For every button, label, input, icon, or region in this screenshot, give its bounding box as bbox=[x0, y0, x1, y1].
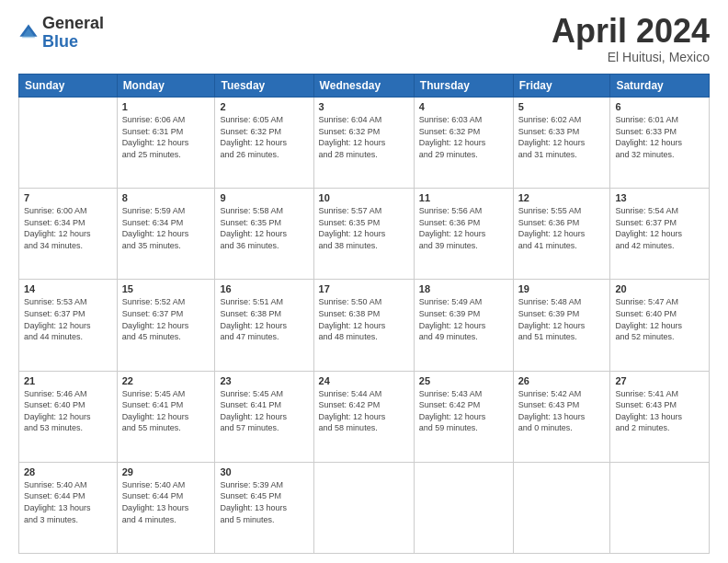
day-info: Sunrise: 5:40 AM Sunset: 6:44 PM Dayligh… bbox=[24, 479, 112, 525]
day-number: 22 bbox=[122, 375, 210, 386]
day-info: Sunrise: 5:43 AM Sunset: 6:42 PM Dayligh… bbox=[419, 388, 508, 434]
day-number: 13 bbox=[615, 192, 704, 203]
calendar-cell: 6Sunrise: 6:01 AM Sunset: 6:33 PM Daylig… bbox=[610, 98, 710, 189]
calendar-cell bbox=[513, 462, 610, 553]
day-info: Sunrise: 5:46 AM Sunset: 6:40 PM Dayligh… bbox=[24, 388, 112, 434]
week-row-3: 14Sunrise: 5:53 AM Sunset: 6:37 PM Dayli… bbox=[19, 280, 710, 371]
day-number: 23 bbox=[220, 375, 308, 386]
calendar-cell: 27Sunrise: 5:41 AM Sunset: 6:43 PM Dayli… bbox=[610, 371, 710, 462]
day-info: Sunrise: 6:05 AM Sunset: 6:32 PM Dayligh… bbox=[220, 114, 308, 160]
weekday-header-thursday: Thursday bbox=[414, 75, 513, 98]
day-number: 19 bbox=[518, 283, 606, 294]
calendar-cell: 22Sunrise: 5:45 AM Sunset: 6:41 PM Dayli… bbox=[117, 371, 215, 462]
day-number: 12 bbox=[518, 192, 606, 203]
calendar-cell: 28Sunrise: 5:40 AM Sunset: 6:44 PM Dayli… bbox=[19, 462, 118, 553]
calendar-cell: 1Sunrise: 6:06 AM Sunset: 6:31 PM Daylig… bbox=[117, 98, 215, 189]
logo-icon bbox=[18, 23, 39, 43]
day-info: Sunrise: 6:04 AM Sunset: 6:32 PM Dayligh… bbox=[319, 114, 409, 160]
day-info: Sunrise: 6:06 AM Sunset: 6:31 PM Dayligh… bbox=[122, 114, 210, 160]
logo: General Blue bbox=[18, 15, 104, 52]
day-number: 8 bbox=[122, 192, 210, 203]
calendar-cell: 5Sunrise: 6:02 AM Sunset: 6:33 PM Daylig… bbox=[513, 98, 610, 189]
calendar-cell: 23Sunrise: 5:45 AM Sunset: 6:41 PM Dayli… bbox=[215, 371, 313, 462]
day-info: Sunrise: 6:00 AM Sunset: 6:34 PM Dayligh… bbox=[24, 205, 112, 251]
day-number: 2 bbox=[220, 101, 308, 112]
day-number: 4 bbox=[419, 101, 508, 112]
day-info: Sunrise: 5:40 AM Sunset: 6:44 PM Dayligh… bbox=[122, 479, 210, 525]
calendar-cell: 29Sunrise: 5:40 AM Sunset: 6:44 PM Dayli… bbox=[117, 462, 215, 553]
calendar-cell: 24Sunrise: 5:44 AM Sunset: 6:42 PM Dayli… bbox=[313, 371, 414, 462]
day-info: Sunrise: 5:52 AM Sunset: 6:37 PM Dayligh… bbox=[122, 296, 210, 342]
month-title: April 2024 bbox=[552, 15, 710, 48]
day-info: Sunrise: 5:55 AM Sunset: 6:36 PM Dayligh… bbox=[518, 205, 606, 251]
day-info: Sunrise: 5:47 AM Sunset: 6:40 PM Dayligh… bbox=[615, 296, 704, 342]
day-info: Sunrise: 6:01 AM Sunset: 6:33 PM Dayligh… bbox=[615, 114, 704, 160]
day-number: 30 bbox=[220, 466, 308, 477]
day-number: 17 bbox=[319, 283, 409, 294]
weekday-header-saturday: Saturday bbox=[610, 75, 710, 98]
calendar-cell: 25Sunrise: 5:43 AM Sunset: 6:42 PM Dayli… bbox=[414, 371, 513, 462]
weekday-header-row: SundayMondayTuesdayWednesdayThursdayFrid… bbox=[19, 75, 710, 98]
day-info: Sunrise: 5:49 AM Sunset: 6:39 PM Dayligh… bbox=[419, 296, 508, 342]
day-number: 7 bbox=[24, 192, 112, 203]
calendar-cell: 13Sunrise: 5:54 AM Sunset: 6:37 PM Dayli… bbox=[610, 189, 710, 280]
day-info: Sunrise: 5:57 AM Sunset: 6:35 PM Dayligh… bbox=[319, 205, 409, 251]
day-number: 5 bbox=[518, 101, 606, 112]
weekday-header-friday: Friday bbox=[513, 75, 610, 98]
calendar-cell: 15Sunrise: 5:52 AM Sunset: 6:37 PM Dayli… bbox=[117, 280, 215, 371]
day-info: Sunrise: 5:42 AM Sunset: 6:43 PM Dayligh… bbox=[518, 388, 606, 434]
calendar-cell bbox=[313, 462, 414, 553]
week-row-5: 28Sunrise: 5:40 AM Sunset: 6:44 PM Dayli… bbox=[19, 462, 710, 553]
day-number: 27 bbox=[615, 375, 704, 386]
calendar-cell bbox=[414, 462, 513, 553]
calendar-cell: 4Sunrise: 6:03 AM Sunset: 6:32 PM Daylig… bbox=[414, 98, 513, 189]
page: General Blue April 2024 El Huitusi, Mexi… bbox=[0, 0, 728, 563]
calendar-cell bbox=[19, 98, 118, 189]
day-info: Sunrise: 5:53 AM Sunset: 6:37 PM Dayligh… bbox=[24, 296, 112, 342]
title-block: April 2024 El Huitusi, Mexico bbox=[552, 15, 710, 64]
day-info: Sunrise: 6:03 AM Sunset: 6:32 PM Dayligh… bbox=[419, 114, 508, 160]
location: El Huitusi, Mexico bbox=[552, 50, 710, 64]
weekday-header-wednesday: Wednesday bbox=[313, 75, 414, 98]
weekday-header-monday: Monday bbox=[117, 75, 215, 98]
day-info: Sunrise: 5:44 AM Sunset: 6:42 PM Dayligh… bbox=[319, 388, 409, 434]
day-info: Sunrise: 5:59 AM Sunset: 6:34 PM Dayligh… bbox=[122, 205, 210, 251]
day-number: 18 bbox=[419, 283, 508, 294]
calendar-cell: 2Sunrise: 6:05 AM Sunset: 6:32 PM Daylig… bbox=[215, 98, 313, 189]
calendar-cell: 26Sunrise: 5:42 AM Sunset: 6:43 PM Dayli… bbox=[513, 371, 610, 462]
day-number: 16 bbox=[220, 283, 308, 294]
calendar-cell: 12Sunrise: 5:55 AM Sunset: 6:36 PM Dayli… bbox=[513, 189, 610, 280]
day-info: Sunrise: 5:39 AM Sunset: 6:45 PM Dayligh… bbox=[220, 479, 308, 525]
calendar-cell: 8Sunrise: 5:59 AM Sunset: 6:34 PM Daylig… bbox=[117, 189, 215, 280]
day-info: Sunrise: 5:58 AM Sunset: 6:35 PM Dayligh… bbox=[220, 205, 308, 251]
calendar-cell: 9Sunrise: 5:58 AM Sunset: 6:35 PM Daylig… bbox=[215, 189, 313, 280]
day-number: 20 bbox=[615, 283, 704, 294]
day-number: 26 bbox=[518, 375, 606, 386]
day-info: Sunrise: 5:54 AM Sunset: 6:37 PM Dayligh… bbox=[615, 205, 704, 251]
day-number: 28 bbox=[24, 466, 112, 477]
calendar-cell: 7Sunrise: 6:00 AM Sunset: 6:34 PM Daylig… bbox=[19, 189, 118, 280]
calendar-cell: 18Sunrise: 5:49 AM Sunset: 6:39 PM Dayli… bbox=[414, 280, 513, 371]
day-info: Sunrise: 5:41 AM Sunset: 6:43 PM Dayligh… bbox=[615, 388, 704, 434]
day-info: Sunrise: 5:51 AM Sunset: 6:38 PM Dayligh… bbox=[220, 296, 308, 342]
day-info: Sunrise: 5:45 AM Sunset: 6:41 PM Dayligh… bbox=[122, 388, 210, 434]
header: General Blue April 2024 El Huitusi, Mexi… bbox=[18, 15, 710, 64]
calendar-cell bbox=[610, 462, 710, 553]
calendar-cell: 30Sunrise: 5:39 AM Sunset: 6:45 PM Dayli… bbox=[215, 462, 313, 553]
day-info: Sunrise: 5:45 AM Sunset: 6:41 PM Dayligh… bbox=[220, 388, 308, 434]
calendar-cell: 14Sunrise: 5:53 AM Sunset: 6:37 PM Dayli… bbox=[19, 280, 118, 371]
day-number: 15 bbox=[122, 283, 210, 294]
logo-blue: Blue bbox=[42, 32, 78, 51]
day-number: 10 bbox=[319, 192, 409, 203]
calendar-cell: 11Sunrise: 5:56 AM Sunset: 6:36 PM Dayli… bbox=[414, 189, 513, 280]
calendar-cell: 19Sunrise: 5:48 AM Sunset: 6:39 PM Dayli… bbox=[513, 280, 610, 371]
day-info: Sunrise: 5:48 AM Sunset: 6:39 PM Dayligh… bbox=[518, 296, 606, 342]
calendar-cell: 20Sunrise: 5:47 AM Sunset: 6:40 PM Dayli… bbox=[610, 280, 710, 371]
day-number: 21 bbox=[24, 375, 112, 386]
day-number: 3 bbox=[319, 101, 409, 112]
calendar-cell: 3Sunrise: 6:04 AM Sunset: 6:32 PM Daylig… bbox=[313, 98, 414, 189]
day-number: 14 bbox=[24, 283, 112, 294]
calendar-cell: 10Sunrise: 5:57 AM Sunset: 6:35 PM Dayli… bbox=[313, 189, 414, 280]
calendar-cell: 17Sunrise: 5:50 AM Sunset: 6:38 PM Dayli… bbox=[313, 280, 414, 371]
weekday-header-tuesday: Tuesday bbox=[215, 75, 313, 98]
